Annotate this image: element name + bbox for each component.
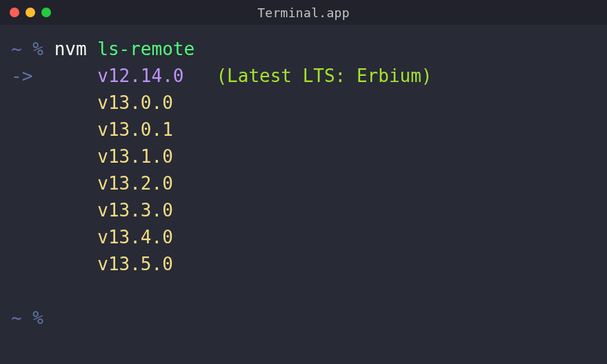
maximize-icon[interactable] <box>41 8 51 17</box>
prompt-tilde: ~ <box>11 307 22 328</box>
version-item: v13.0.0 <box>97 92 173 113</box>
version-item: v13.4.0 <box>97 227 173 247</box>
command-bin: nvm <box>54 39 87 59</box>
output-version-line: v13.4.0 <box>11 224 596 251</box>
close-icon[interactable] <box>10 8 19 17</box>
output-version-line: v13.5.0 <box>11 251 596 278</box>
prompt-tilde: ~ <box>11 39 22 59</box>
minimize-icon[interactable] <box>26 8 35 17</box>
version-item: v13.3.0 <box>97 200 173 221</box>
version-item: v13.0.1 <box>97 119 173 140</box>
version-item: v13.1.0 <box>97 146 173 167</box>
titlebar: Terminal.app <box>0 0 607 25</box>
output-version-line: v13.0.0 <box>11 90 596 117</box>
current-note: (Latest LTS: Erbium) <box>216 65 432 86</box>
terminal-window: Terminal.app ~ % nvm ls-remote -> v12.14… <box>0 0 607 364</box>
traffic-lights <box>10 8 51 17</box>
empty-line <box>11 278 596 305</box>
prompt-sep: % <box>32 39 43 59</box>
output-current-line: -> v12.14.0 (Latest LTS: Erbium) <box>11 63 596 90</box>
arrow-indicator: -> <box>11 65 32 86</box>
current-version: v12.14.0 <box>97 65 183 86</box>
prompt-line: ~ % nvm ls-remote <box>11 36 596 63</box>
window-title: Terminal.app <box>0 6 607 20</box>
command-arg: ls-remote <box>97 39 195 59</box>
version-item: v13.2.0 <box>97 173 173 194</box>
output-version-line: v13.0.1 <box>11 117 596 143</box>
prompt-line: ~ % <box>11 305 596 332</box>
prompt-sep: % <box>32 307 43 328</box>
output-version-line: v13.2.0 <box>11 170 596 197</box>
version-item: v13.5.0 <box>97 254 173 274</box>
terminal-body[interactable]: ~ % nvm ls-remote -> v12.14.0 (Latest LT… <box>0 25 607 364</box>
output-version-line: v13.1.0 <box>11 143 596 170</box>
output-version-line: v13.3.0 <box>11 197 596 224</box>
